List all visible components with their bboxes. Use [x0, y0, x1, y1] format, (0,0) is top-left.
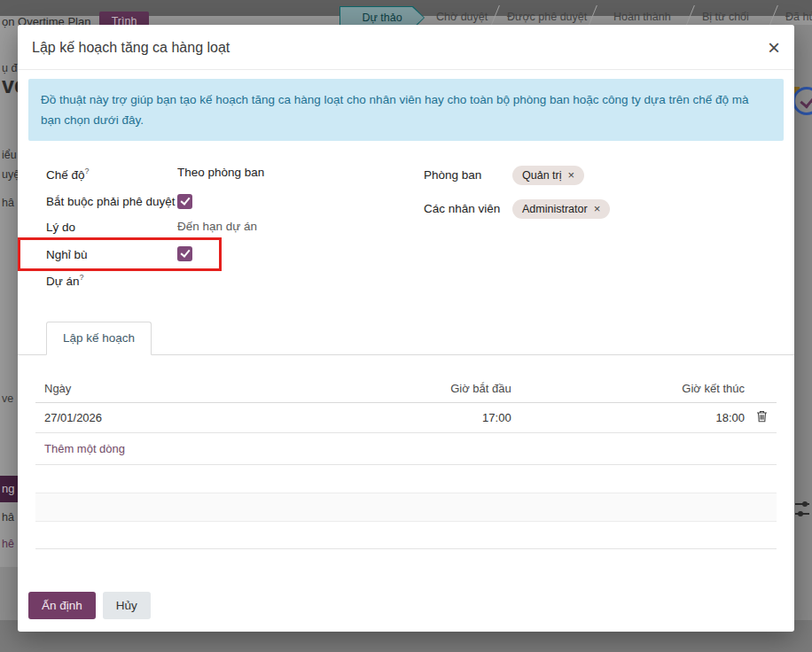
project-label: Dự án?: [46, 272, 177, 288]
approval-required-label: Bắt buộc phải phê duyệt: [46, 194, 177, 208]
statusbar-tab: Chờ duyệt: [436, 11, 488, 23]
cancel-button[interactable]: Hủy: [103, 592, 151, 619]
form-left-column: Chế độ? Theo phòng ban Bắt buộc phải phê…: [46, 166, 388, 299]
filter-sliders-icon: [795, 503, 809, 523]
statusbar-tab: Bị từ chối: [702, 11, 749, 23]
dialog-footer: Ấn định Hủy: [28, 592, 151, 619]
dialog-title: Lập kế hoạch tăng ca hàng loạt: [32, 40, 230, 56]
slider-line: [795, 513, 809, 515]
project-label-text: Dự án: [46, 274, 80, 287]
field-row-time-off: Nghỉ bù: [46, 246, 388, 261]
tag-remove-icon[interactable]: ×: [594, 205, 601, 213]
bg-text-fragment: hâ: [2, 511, 14, 524]
list-header-row: Ngày Giờ bắt đầu Giờ kết thúc: [35, 375, 777, 403]
bg-text-fragment: ve: [2, 392, 13, 405]
time-off-row-wrap: Nghỉ bù: [46, 246, 388, 261]
bg-link-fragment: hê: [2, 538, 14, 550]
help-marker: ?: [85, 167, 90, 175]
screen: ọn Overtime Plan Trình Dự thảo Chờ duyệt…: [0, 0, 812, 652]
department-tag[interactable]: Quản trị×: [512, 166, 584, 185]
add-a-line-link[interactable]: Thêm một dòng: [35, 433, 777, 465]
column-header-date: Ngày: [44, 382, 277, 395]
info-alert: Đồ thuật này trợ giúp bạn tạo kế hoạch t…: [28, 79, 784, 141]
column-header-start-time: Giờ bắt đầu: [277, 382, 511, 395]
employee-tag[interactable]: Administrator×: [512, 199, 610, 219]
help-marker: ?: [80, 273, 84, 282]
trash-icon: [756, 410, 768, 423]
cell-end-time[interactable]: 18:00: [511, 411, 745, 424]
tag-remove-icon[interactable]: ×: [567, 171, 574, 180]
field-row-approval-required: Bắt buộc phải phê duyệt: [46, 194, 388, 209]
cell-start-time[interactable]: 17:00: [277, 411, 511, 424]
cell-date[interactable]: 27/01/2026: [44, 411, 277, 424]
form-grid: Chế độ? Theo phòng ban Bắt buộc phải phê…: [28, 153, 784, 299]
time-off-label: Nghỉ bù: [46, 246, 177, 261]
field-row-project: Dự án?: [46, 272, 388, 288]
employee-tag-text: Administrator: [522, 203, 588, 215]
reason-input[interactable]: Đến hạn dự án: [177, 220, 257, 233]
department-tag-text: Quản trị: [522, 169, 561, 182]
form-right-column: Phòng ban Quản trị× Các nhân viên Admini…: [424, 166, 766, 299]
slider-line: [795, 503, 809, 505]
field-row-mode: Chế độ? Theo phòng ban: [46, 166, 388, 182]
statusbar-tab: Hoàn thành: [613, 11, 671, 23]
mode-label-text: Chế độ: [46, 168, 85, 182]
mass-overtime-plan-dialog: Lập kế hoạch tăng ca hàng loạt × Đồ thuậ…: [18, 25, 794, 632]
empty-row: [35, 493, 777, 522]
field-label-mode: Chế độ?: [46, 166, 177, 182]
time-off-checkbox[interactable]: [177, 246, 192, 261]
notebook: Lập kế hoạch: [28, 321, 784, 354]
employees-label: Các nhân viên: [424, 199, 512, 215]
close-icon[interactable]: ×: [768, 40, 780, 56]
approval-required-checkbox[interactable]: [177, 194, 192, 209]
confirm-button[interactable]: Ấn định: [28, 592, 96, 619]
table-row[interactable]: 27/01/2026 17:00 18:00: [35, 403, 777, 433]
reason-label: Lý do: [46, 220, 177, 234]
field-row-department: Phòng ban Quản trị×: [424, 166, 766, 185]
dialog-header: Lập kế hoạch tăng ca hàng loạt ×: [18, 25, 794, 70]
statusbar-tab: Được phê duyệt: [507, 11, 587, 23]
bg-selected-row-fragment: ng: [0, 476, 18, 502]
planning-list: Ngày Giờ bắt đầu Giờ kết thúc 27/01/2026…: [35, 375, 777, 549]
statusbar-tab: Đã hủ: [785, 11, 812, 23]
empty-row: [35, 522, 777, 549]
empty-row: [35, 465, 777, 493]
field-row-reason: Lý do Đến hạn dự án: [46, 220, 388, 234]
delete-row-button[interactable]: [745, 410, 768, 425]
tab-planning[interactable]: Lập kế hoạch: [46, 322, 152, 355]
column-header-end-time: Giờ kết thúc: [511, 382, 745, 395]
field-row-employees: Các nhân viên Administrator×: [424, 199, 766, 219]
bg-text-fragment: iểu: [2, 149, 17, 161]
mode-select[interactable]: Theo phòng ban: [177, 166, 264, 179]
dialog-body: Đồ thuật này trợ giúp bạn tạo kế hoạch t…: [18, 70, 794, 549]
department-label: Phòng ban: [424, 166, 512, 182]
bg-text-fragment: hâ: [2, 197, 14, 209]
